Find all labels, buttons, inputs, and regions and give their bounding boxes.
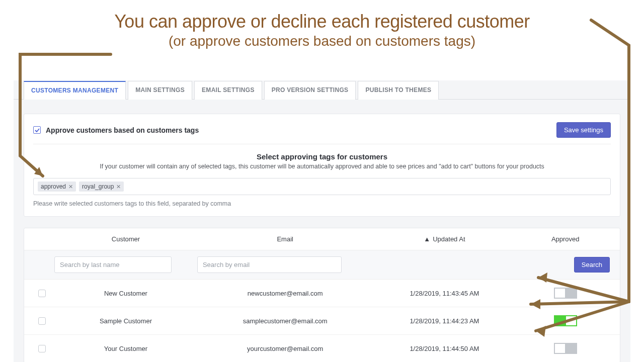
search-lastname-input[interactable] — [54, 256, 172, 273]
col-customer: Customer — [54, 235, 197, 243]
cell-email: samplecustomer@email.com — [197, 317, 373, 325]
table-row: Sample Customer samplecustomer@email.com… — [24, 307, 620, 335]
approve-by-tags-row: Approve customers based on customers tag… — [33, 126, 199, 134]
row-checkbox[interactable] — [38, 345, 46, 352]
cell-updated: 1/28/2019, 11:43:45 AM — [373, 290, 516, 297]
cell-updated: 1/28/2019, 11:44:50 AM — [373, 345, 516, 352]
tags-settings-card: Approve customers based on customers tag… — [24, 114, 620, 217]
save-settings-button[interactable]: Save settings — [556, 122, 611, 138]
section-title: Select approving tags for customers — [33, 152, 611, 161]
tag-label: royal_group — [82, 183, 114, 190]
row-checkbox[interactable] — [38, 317, 46, 325]
approve-toggle[interactable] — [554, 315, 577, 326]
table-header-row: Customer Email ▲ Updated At Approved — [24, 228, 620, 250]
cell-customer: Sample Customer — [54, 317, 197, 325]
cell-updated: 1/28/2019, 11:44:23 AM — [373, 317, 516, 325]
approve-toggle[interactable] — [554, 343, 577, 354]
cell-email: newcustomer@email.com — [197, 290, 373, 297]
search-button[interactable]: Search — [574, 257, 610, 273]
col-email: Email — [197, 235, 373, 243]
app-panel: CUSTOMERS MANAGEMENT MAIN SETTINGS EMAIL… — [14, 80, 630, 362]
tabs-bar: CUSTOMERS MANAGEMENT MAIN SETTINGS EMAIL… — [14, 80, 630, 100]
approve-by-tags-checkbox[interactable] — [33, 126, 41, 134]
cell-customer: New Customer — [54, 290, 197, 297]
tab-pro-version-settings[interactable]: PRO VERSION SETTINGS — [264, 81, 356, 100]
section-description: If your customer will contain any of sel… — [33, 163, 611, 170]
tab-publish-to-themes[interactable]: PUBLISH TO THEMES — [358, 81, 439, 100]
tags-hint: Please write selected customers tags to … — [33, 200, 611, 207]
cell-email: yourcustomer@email.com — [197, 345, 373, 352]
tag-remove-icon[interactable]: ✕ — [68, 184, 73, 190]
approve-by-tags-label: Approve customers based on customers tag… — [46, 126, 199, 134]
tab-customers-management[interactable]: CUSTOMERS MANAGEMENT — [24, 81, 126, 100]
table-filter-row: Search — [24, 250, 620, 280]
tab-main-settings[interactable]: MAIN SETTINGS — [128, 81, 192, 100]
approve-toggle[interactable] — [554, 288, 577, 299]
tag-chip: approved ✕ — [38, 182, 76, 192]
col-updated-at[interactable]: ▲ Updated At — [373, 235, 516, 243]
card-header: Approve customers based on customers tag… — [33, 122, 611, 144]
tags-input[interactable]: approved ✕ royal_group ✕ — [33, 178, 611, 195]
col-approved: Approved — [516, 235, 615, 243]
headline-title: You can approve or decline each register… — [0, 11, 644, 32]
tag-remove-icon[interactable]: ✕ — [116, 184, 121, 190]
search-email-input[interactable] — [197, 256, 342, 273]
sort-asc-icon: ▲ — [424, 235, 430, 243]
cell-customer: Your Customer — [54, 345, 197, 352]
col-updated-label: Updated At — [433, 235, 465, 243]
customers-table: Customer Email ▲ Updated At Approved Sea… — [24, 228, 620, 362]
tag-chip: royal_group ✕ — [79, 182, 124, 192]
table-row: Your Customer yourcustomer@email.com 1/2… — [24, 335, 620, 362]
tag-label: approved — [41, 183, 66, 190]
headline-subtitle: (or approve customers based on customers… — [0, 33, 644, 49]
row-checkbox[interactable] — [38, 290, 46, 297]
table-row: New Customer newcustomer@email.com 1/28/… — [24, 280, 620, 307]
annotation-headline: You can approve or decline each register… — [0, 0, 644, 49]
tab-email-settings[interactable]: EMAIL SETTINGS — [194, 81, 262, 100]
